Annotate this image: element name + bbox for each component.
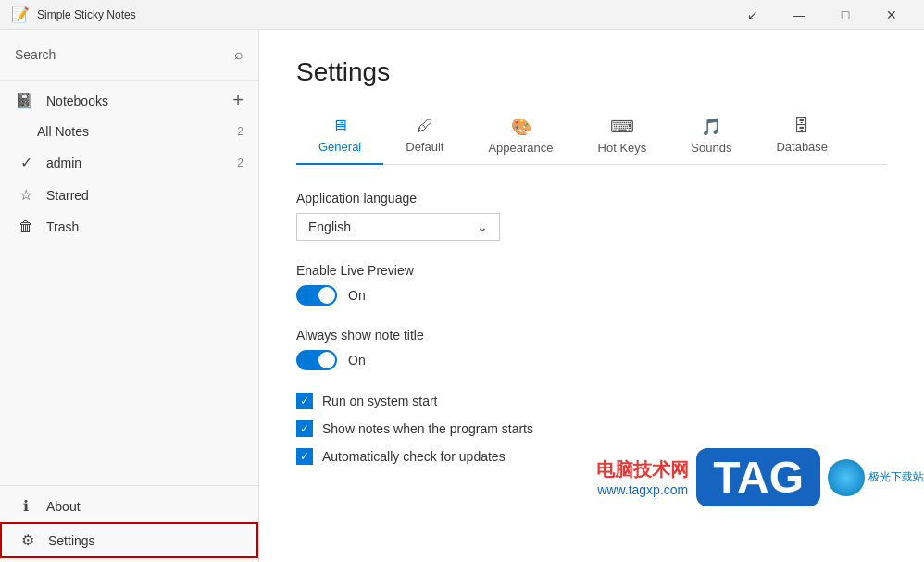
tab-default[interactable]: 🖊 Default xyxy=(383,109,466,164)
show-title-toggle-label: On xyxy=(348,353,366,368)
auto-check-checkbox[interactable]: ✓ xyxy=(296,448,313,465)
page-title: Settings xyxy=(296,57,887,87)
sounds-tab-icon: 🎵 xyxy=(701,117,721,137)
general-tab-label: General xyxy=(318,140,361,154)
sidebar-item-settings[interactable]: ⚙ Settings xyxy=(0,522,258,558)
check-mark-2: ✓ xyxy=(300,422,309,435)
star-icon: ☆ xyxy=(15,186,37,204)
language-select[interactable]: English ⌄ xyxy=(296,213,500,241)
sidebar-notebooks[interactable]: 📓 Notebooks + xyxy=(0,81,258,117)
back-button[interactable]: ↙ xyxy=(731,0,774,30)
auto-check-row: ✓ Automatically check for updates xyxy=(296,448,887,465)
allnotes-badge: 2 xyxy=(237,125,243,138)
notebooks-label: Notebooks xyxy=(46,94,232,108)
sidebar: Search ⌕ 📓 Notebooks + All Notes 2 ✓ adm… xyxy=(0,30,259,562)
trash-icon: 🗑 xyxy=(15,219,37,235)
live-preview-label: Enable Live Preview xyxy=(296,263,887,278)
search-label: Search xyxy=(15,47,56,62)
check-mark-3: ✓ xyxy=(300,450,309,463)
info-icon: ℹ xyxy=(15,497,37,515)
main-layout: Search ⌕ 📓 Notebooks + All Notes 2 ✓ adm… xyxy=(0,30,924,562)
sounds-tab-label: Sounds xyxy=(691,141,731,155)
allnotes-label: All Notes xyxy=(37,124,237,139)
tab-sounds[interactable]: 🎵 Sounds xyxy=(668,109,754,164)
starred-label: Starred xyxy=(46,188,243,203)
live-preview-toggle-label: On xyxy=(348,288,366,303)
show-title-setting: Always show note title On xyxy=(296,328,887,370)
run-on-start-checkbox[interactable]: ✓ xyxy=(296,393,313,409)
default-tab-label: Default xyxy=(406,140,443,154)
language-label: Application language xyxy=(296,191,887,206)
sidebar-bottom: ℹ About ⚙ Settings xyxy=(0,485,258,562)
checkbox-group: ✓ Run on system start ✓ Show notes when … xyxy=(296,393,887,465)
language-value: English xyxy=(308,219,351,234)
sidebar-item-trash[interactable]: 🗑 Trash xyxy=(0,211,258,243)
live-preview-setting: Enable Live Preview On xyxy=(296,263,887,306)
sidebar-item-allnotes[interactable]: All Notes 2 xyxy=(0,117,258,146)
settings-label: Settings xyxy=(48,533,242,548)
hotkeys-tab-icon: ⌨ xyxy=(610,117,634,137)
hotkeys-tab-label: Hot Keys xyxy=(598,141,647,155)
general-tab-icon: 🖥 xyxy=(331,117,348,136)
minimize-button[interactable]: — xyxy=(778,0,820,30)
appearance-tab-label: Appearance xyxy=(488,141,553,155)
show-notes-checkbox[interactable]: ✓ xyxy=(296,420,313,437)
show-notes-row: ✓ Show notes when the program starts xyxy=(296,420,887,437)
admin-label: admin xyxy=(46,156,237,170)
titlebar-controls: ↙ — □ ✕ xyxy=(731,0,913,30)
language-dropdown-icon: ⌄ xyxy=(477,219,488,234)
settings-tabs: 🖥 General 🖊 Default 🎨 Appearance ⌨ Hot K… xyxy=(296,109,887,165)
sidebar-item-admin[interactable]: ✓ admin 2 xyxy=(0,146,258,179)
database-tab-icon: 🗄 xyxy=(793,117,810,136)
admin-badge: 2 xyxy=(237,156,243,169)
sidebar-item-starred[interactable]: ☆ Starred xyxy=(0,179,258,211)
check-mark: ✓ xyxy=(300,394,309,407)
notebooks-icon: 📓 xyxy=(15,92,37,109)
trash-label: Trash xyxy=(46,219,243,234)
appearance-tab-icon: 🎨 xyxy=(511,117,531,137)
content-wrapper: Settings 🖥 General 🖊 Default 🎨 Appearanc… xyxy=(259,30,924,562)
default-tab-icon: 🖊 xyxy=(417,117,433,136)
titlebar-left: 📝 Simple Sticky Notes xyxy=(11,6,136,23)
show-title-toggle[interactable] xyxy=(296,350,337,370)
auto-check-label: Automatically check for updates xyxy=(322,449,506,464)
maximize-button[interactable]: □ xyxy=(824,0,867,30)
check-icon: ✓ xyxy=(15,154,37,171)
language-setting: Application language English ⌄ xyxy=(296,191,887,241)
close-button[interactable]: ✕ xyxy=(870,0,913,30)
sidebar-item-about[interactable]: ℹ About xyxy=(0,490,258,522)
show-notes-label: Show notes when the program starts xyxy=(322,421,533,436)
run-on-start-label: Run on system start xyxy=(322,393,438,408)
search-icon[interactable]: ⌕ xyxy=(234,46,243,63)
live-preview-toggle-row: On xyxy=(296,285,887,306)
tab-appearance[interactable]: 🎨 Appearance xyxy=(466,109,575,164)
run-on-start-row: ✓ Run on system start xyxy=(296,393,887,409)
show-title-label: Always show note title xyxy=(296,328,887,343)
app-title: Simple Sticky Notes xyxy=(37,8,136,21)
settings-content: Settings 🖥 General 🖊 Default 🎨 Appearanc… xyxy=(259,30,924,562)
tab-hotkeys[interactable]: ⌨ Hot Keys xyxy=(576,109,669,164)
about-label: About xyxy=(46,499,243,514)
show-title-toggle-row: On xyxy=(296,350,887,370)
tab-database[interactable]: 🗄 Database xyxy=(754,109,850,164)
live-preview-toggle[interactable] xyxy=(296,285,337,306)
sidebar-search-row[interactable]: Search ⌕ xyxy=(0,30,258,81)
add-notebook-icon[interactable]: + xyxy=(232,90,243,111)
database-tab-label: Database xyxy=(776,140,828,154)
app-icon: 📝 xyxy=(11,6,30,23)
tab-general[interactable]: 🖥 General xyxy=(296,109,383,164)
settings-icon: ⚙ xyxy=(17,531,39,549)
titlebar: 📝 Simple Sticky Notes ↙ — □ ✕ xyxy=(0,0,924,30)
